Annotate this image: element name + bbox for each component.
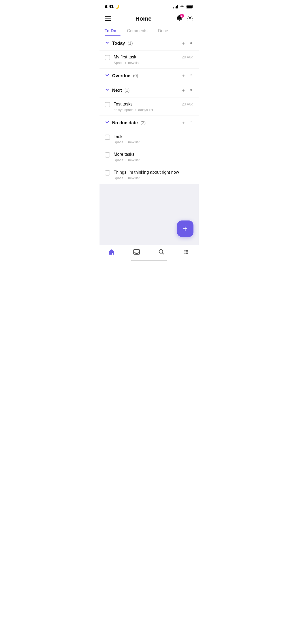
svg-point-13 [186, 253, 187, 254]
task-item-more-tasks: More tasks Space › new list [100, 148, 199, 166]
home-indicator-bar [131, 260, 167, 261]
today-add-button[interactable]: + [182, 41, 185, 46]
task-content: Things I'm thinking about right now Spac… [114, 170, 193, 180]
task-name: Test tasks [114, 102, 178, 107]
svg-point-7 [186, 250, 187, 251]
no-due-date-chevron[interactable] [105, 120, 110, 126]
today-chevron[interactable] [105, 40, 110, 46]
task-date: 23 Aug [182, 102, 193, 106]
section-overdue-header: Overdue (0) + [100, 69, 199, 83]
status-bar: 9:41 🌙 [100, 0, 199, 12]
today-sort-button[interactable] [189, 41, 193, 46]
fab-button[interactable]: + [177, 220, 193, 237]
next-count: (1) [124, 88, 130, 93]
bottom-nav [100, 245, 199, 258]
svg-point-3 [189, 17, 191, 19]
no-due-date-title: No due date [112, 120, 138, 126]
overdue-count: (0) [133, 73, 138, 78]
tab-comments[interactable]: Comments [127, 26, 152, 36]
settings-button[interactable] [187, 15, 193, 23]
section-next-header: Next (1) + [100, 83, 199, 98]
task-content: Test tasks daisys space › daisys list [114, 102, 178, 112]
menu-button[interactable] [105, 16, 111, 21]
grid-icon [183, 248, 190, 256]
overdue-add-button[interactable]: + [182, 73, 185, 79]
tab-bar: To Do Comments Done [100, 26, 199, 36]
task-breadcrumb: Space › new list [114, 176, 193, 180]
no-due-date-sort-button[interactable] [189, 120, 193, 126]
svg-point-12 [184, 253, 186, 254]
next-chevron[interactable] [105, 88, 110, 93]
svg-point-9 [184, 251, 186, 252]
next-add-button[interactable]: + [182, 88, 185, 93]
signal-icon [173, 5, 178, 8]
status-icons [173, 5, 193, 8]
today-title: Today [112, 41, 125, 46]
search-icon [158, 248, 165, 256]
today-count: (1) [128, 41, 133, 46]
inbox-icon [133, 248, 140, 256]
task-date: 28 Aug [182, 55, 193, 59]
page-title: Home [135, 15, 151, 22]
task-name: Task [114, 134, 193, 140]
svg-point-8 [187, 250, 188, 251]
task-name: More tasks [114, 152, 193, 157]
overdue-title: Overdue [112, 73, 130, 79]
task-checkbox[interactable] [105, 152, 110, 158]
overdue-sort-button[interactable] [189, 73, 193, 79]
task-item-my-first-task: My first task Space › new list 28 Aug [100, 51, 199, 69]
section-no-due-date-header: No due date (3) + [100, 116, 199, 130]
svg-point-10 [186, 251, 187, 252]
nav-item-more[interactable] [183, 248, 190, 256]
task-checkbox[interactable] [105, 102, 110, 107]
nav-item-inbox[interactable] [133, 248, 140, 256]
task-content: My first task Space › new list [114, 54, 178, 65]
battery-icon [186, 5, 193, 8]
tab-done[interactable]: Done [158, 26, 172, 36]
section-today-header: Today (1) + [100, 36, 199, 51]
svg-rect-1 [192, 6, 193, 7]
task-breadcrumb: daisys space › daisys list [114, 108, 178, 112]
wifi-icon [180, 5, 184, 8]
task-name: Things I'm thinking about right now [114, 170, 193, 175]
main-content: Today (1) + My first task Space › new li… [100, 36, 199, 245]
task-checkbox[interactable] [105, 55, 110, 60]
moon-icon: 🌙 [115, 4, 119, 9]
gear-icon [187, 15, 193, 22]
task-item-task: Task Space › new list [100, 130, 199, 148]
next-sort-button[interactable] [189, 88, 193, 93]
next-title: Next [112, 88, 122, 93]
bell-badge: 1 [180, 14, 184, 18]
task-checkbox[interactable] [105, 135, 110, 140]
status-time: 9:41 [105, 4, 114, 9]
svg-point-11 [187, 251, 188, 252]
svg-rect-2 [186, 6, 192, 8]
task-breadcrumb: Space › new list [114, 140, 193, 144]
bottom-area: + [100, 184, 199, 245]
task-content: Task Space › new list [114, 134, 193, 144]
svg-point-14 [187, 253, 188, 254]
tab-todo[interactable]: To Do [105, 26, 121, 36]
task-content: More tasks Space › new list [114, 152, 193, 162]
task-item-things-thinking: Things I'm thinking about right now Spac… [100, 166, 199, 184]
bell-button[interactable]: 1 [176, 15, 183, 23]
fab-plus-icon: + [183, 224, 188, 233]
no-due-date-count: (3) [141, 121, 146, 125]
task-item-test-tasks: Test tasks daisys space › daisys list 23… [100, 98, 199, 116]
header-actions: 1 [176, 15, 193, 23]
task-name: My first task [114, 54, 178, 60]
task-breadcrumb: Space › new list [114, 158, 193, 162]
home-icon [108, 248, 115, 256]
task-checkbox[interactable] [105, 170, 110, 176]
nav-item-search[interactable] [158, 248, 165, 256]
overdue-chevron[interactable] [105, 73, 110, 79]
no-due-date-add-button[interactable]: + [182, 120, 185, 126]
nav-item-home[interactable] [108, 248, 115, 256]
home-indicator [100, 258, 199, 262]
task-breadcrumb: Space › new list [114, 61, 178, 65]
app-header: Home 1 [100, 12, 199, 26]
svg-point-6 [184, 250, 186, 251]
